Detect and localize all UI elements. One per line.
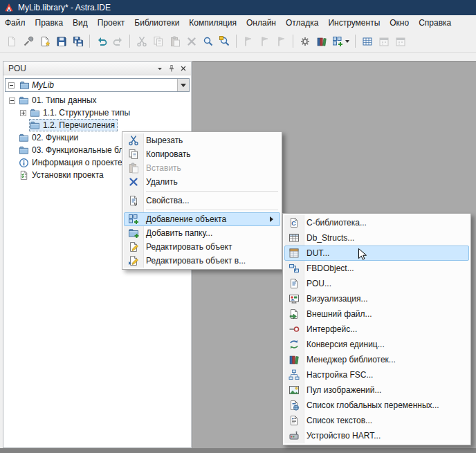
menu-item-add-folder[interactable]: Добавить папку... bbox=[124, 226, 280, 240]
library-manager-icon[interactable] bbox=[313, 33, 329, 49]
collapse-expander-icon[interactable] bbox=[9, 98, 15, 104]
panel-title: POU bbox=[8, 64, 154, 73]
visualization-icon bbox=[284, 293, 303, 304]
app-window: MyLib.library* - Astra.IDE Файл Правка В… bbox=[0, 0, 476, 453]
menu-item-cut[interactable]: Вырезать bbox=[124, 133, 280, 147]
cut-icon[interactable] bbox=[134, 33, 149, 49]
schedule-2-icon[interactable] bbox=[392, 33, 408, 49]
pou-panel-header: POU bbox=[3, 62, 191, 75]
replace-icon[interactable] bbox=[217, 33, 232, 49]
context-menu: Вырезать Копировать Вставить Удалить Сво… bbox=[122, 131, 282, 270]
menu-item-paste: Вставить bbox=[124, 161, 280, 175]
menu-tools[interactable]: Инструменты bbox=[323, 16, 385, 30]
submenu-item-interface[interactable]: Интерфейс... bbox=[284, 322, 469, 337]
save-icon[interactable] bbox=[53, 33, 69, 49]
menu-item-properties[interactable]: Свойства... bbox=[124, 194, 280, 207]
toolbar-separator bbox=[355, 35, 356, 48]
app-logo-icon bbox=[4, 3, 14, 12]
paste-icon bbox=[124, 163, 143, 174]
menu-libraries[interactable]: Библиотеки bbox=[129, 16, 184, 30]
open-file-icon[interactable] bbox=[3, 33, 19, 49]
fsc-settings-icon bbox=[284, 369, 303, 380]
menu-online[interactable]: Онлайн bbox=[241, 16, 281, 30]
find-icon[interactable] bbox=[200, 33, 216, 49]
panel-close-icon[interactable] bbox=[177, 63, 189, 74]
tree-item-structure-types[interactable]: 1.1. Структурные типы bbox=[5, 107, 190, 119]
menu-build[interactable]: Компиляция bbox=[184, 16, 241, 30]
undo-icon[interactable] bbox=[93, 33, 109, 49]
menu-file[interactable]: Файл bbox=[0, 16, 30, 30]
submenu-item-text-list[interactable]: Список текстов... bbox=[284, 413, 469, 428]
menu-project[interactable]: Проект bbox=[93, 16, 130, 30]
add-object-dropdown-icon[interactable] bbox=[330, 33, 351, 49]
window-title: MyLib.library* - Astra.IDE bbox=[18, 3, 111, 12]
tree-item-label: Установки проекта bbox=[32, 170, 104, 180]
menu-item-add-object[interactable]: Добавление объекта bbox=[124, 212, 280, 226]
titlebar: MyLib.library* - Astra.IDE bbox=[0, 0, 476, 15]
panel-pin-icon[interactable] bbox=[165, 63, 177, 74]
submenu-arrow-icon bbox=[270, 216, 276, 222]
root-combo[interactable]: MyLib bbox=[5, 78, 190, 92]
menu-edit[interactable]: Правка bbox=[30, 16, 68, 30]
add-folder-icon bbox=[124, 228, 143, 239]
submenu-item-library-manager[interactable]: Менеджер библиотек... bbox=[284, 352, 469, 367]
save-all-icon[interactable] bbox=[70, 33, 86, 49]
paste-icon[interactable] bbox=[167, 33, 183, 49]
window-bottom-edge bbox=[0, 448, 476, 453]
add-object-icon bbox=[124, 214, 143, 225]
bookmark-prev-icon[interactable] bbox=[273, 33, 289, 49]
menu-separator bbox=[146, 191, 278, 192]
tree-item-label: 01. Типы данных bbox=[32, 95, 97, 105]
menu-item-edit-object-in[interactable]: Редактировать объект в... bbox=[124, 254, 280, 268]
submenu-item-c-library[interactable]: С-библиотека... bbox=[284, 215, 469, 230]
menu-debug[interactable]: Отладка bbox=[281, 16, 323, 30]
build-icon[interactable] bbox=[297, 33, 313, 49]
copy-icon[interactable] bbox=[150, 33, 166, 49]
tree-item-data-types[interactable]: 01. Типы данных bbox=[5, 94, 190, 107]
tree-item-label: 03. Функциональные блоки bbox=[32, 145, 136, 155]
menu-item-delete[interactable]: Удалить bbox=[124, 175, 280, 189]
submenu-item-pou[interactable]: POU... bbox=[284, 276, 469, 291]
unit-conversion-icon bbox=[284, 339, 303, 350]
mouse-cursor-icon bbox=[358, 248, 367, 261]
menu-item-copy[interactable]: Копировать bbox=[124, 147, 280, 161]
submenu-item-hart-device[interactable]: Устройство HART... bbox=[284, 428, 469, 443]
bookmark-toggle-icon[interactable] bbox=[240, 33, 256, 49]
root-expander-icon[interactable] bbox=[8, 82, 15, 89]
device-grid-icon[interactable] bbox=[359, 33, 375, 49]
menu-item-edit-object[interactable]: Редактировать объект bbox=[124, 240, 280, 254]
submenu-item-db-structs[interactable]: Db_Structs... bbox=[284, 230, 469, 246]
menu-help[interactable]: Справка bbox=[414, 16, 456, 30]
submenu-item-external-file[interactable]: Внешний файл... bbox=[284, 306, 469, 322]
expand-expander-icon[interactable] bbox=[20, 110, 26, 116]
redo-icon[interactable] bbox=[110, 33, 126, 49]
folder-icon bbox=[19, 80, 30, 91]
tree-item-enumerations[interactable]: 1.2. Перечисления bbox=[5, 119, 190, 131]
info-icon bbox=[19, 158, 29, 168]
library-manager-icon bbox=[284, 354, 303, 365]
submenu-item-fsc-settings[interactable]: Настройка FSC... bbox=[284, 367, 469, 382]
panel-menu-chevron-icon[interactable] bbox=[154, 63, 165, 74]
new-file-icon[interactable] bbox=[37, 33, 53, 49]
menu-window[interactable]: Окно bbox=[385, 16, 414, 30]
c-library-icon bbox=[284, 217, 303, 228]
submenu-item-fbd-object[interactable]: FBDObject... bbox=[284, 261, 469, 276]
submenu-item-unit-conversion[interactable]: Конверсия единиц... bbox=[284, 337, 469, 352]
toolbar-separator bbox=[129, 35, 130, 48]
pou-icon bbox=[284, 278, 303, 289]
folder-icon bbox=[19, 133, 29, 143]
submenu-item-image-pool[interactable]: Пул изображений... bbox=[284, 382, 469, 398]
bookmark-next-icon[interactable] bbox=[257, 33, 273, 49]
submenu-item-gvl[interactable]: Список глобальных переменных... bbox=[284, 398, 469, 413]
folder-icon bbox=[19, 145, 29, 156]
submenu-item-dut[interactable]: DUT... bbox=[284, 246, 469, 261]
delete-icon[interactable] bbox=[183, 33, 199, 49]
menu-view[interactable]: Вид bbox=[68, 16, 93, 30]
external-file-icon bbox=[284, 308, 303, 320]
tree-item-label: 1.1. Структурные типы bbox=[43, 108, 130, 118]
tools-icon[interactable] bbox=[20, 33, 36, 49]
submenu-item-visualization[interactable]: Визуализация... bbox=[284, 291, 469, 306]
edit-object-in-icon bbox=[124, 255, 143, 266]
schedule-icon[interactable] bbox=[376, 33, 392, 49]
combo-dropdown-button[interactable] bbox=[177, 79, 189, 91]
